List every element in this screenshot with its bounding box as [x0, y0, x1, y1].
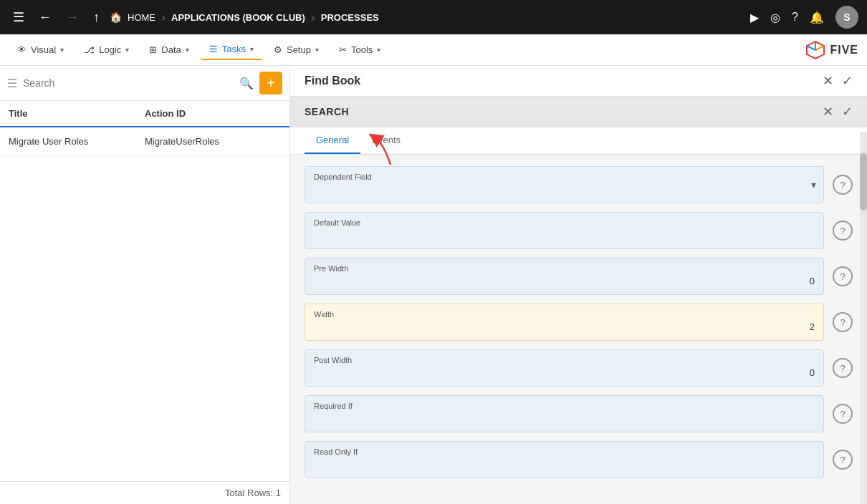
- form-row-required-if: Required If ?: [305, 395, 853, 432]
- scrollbar-track[interactable]: [860, 132, 867, 504]
- read-only-if-input[interactable]: Read Only If: [305, 441, 824, 478]
- top-navigation: ☰ ← → ↑ 🏠 HOME › APPLICATIONS (BOOK CLUB…: [0, 0, 867, 34]
- back-icon[interactable]: ←: [34, 7, 56, 28]
- width-value: 2: [314, 321, 815, 332]
- sidebar-footer: Total Rows: 1: [0, 481, 289, 504]
- menu-tasks[interactable]: ☰ Tasks ▾: [201, 39, 262, 60]
- tabs-container: General Events: [290, 127, 867, 155]
- width-help[interactable]: ?: [833, 312, 853, 332]
- form-row-pre-width: Pre Width 0 ?: [305, 258, 853, 295]
- pre-width-help[interactable]: ?: [833, 266, 853, 286]
- menu-data[interactable]: ⊞ Data ▾: [140, 40, 197, 59]
- post-width-help[interactable]: ?: [833, 358, 853, 378]
- menu-bar: 👁 Visual ▾ ⎇ Logic ▾ ⊞ Data ▾ ☰ Tasks ▾ …: [0, 34, 867, 66]
- gear-icon: ⚙: [274, 44, 282, 55]
- menu-tools[interactable]: ✂ Tools ▾: [330, 40, 389, 59]
- tabs-row: General Events: [290, 127, 867, 155]
- col-title-header: Title: [9, 108, 145, 119]
- menu-setup[interactable]: ⚙ Setup ▾: [265, 40, 327, 59]
- read-only-if-help[interactable]: ?: [833, 450, 853, 470]
- sub-panel-title: SEARCH: [305, 106, 349, 117]
- logic-arrow: ▾: [125, 46, 129, 54]
- default-value-help[interactable]: ?: [833, 220, 853, 241]
- search-nav-icon[interactable]: ◎: [770, 11, 780, 24]
- dependent-field-input[interactable]: Dependent Field ▾: [305, 166, 824, 203]
- form-row-dependent-field: Dependent Field ▾ ?: [305, 166, 853, 203]
- user-avatar[interactable]: S: [835, 6, 858, 29]
- tasks-icon: ☰: [209, 44, 218, 54]
- pre-width-value: 0: [314, 276, 815, 286]
- five-logo-text: FIVE: [830, 44, 858, 57]
- pre-width-label: Pre Width: [314, 264, 815, 273]
- dropdown-arrow-icon: ▾: [811, 179, 816, 190]
- tab-events[interactable]: Events: [360, 127, 412, 154]
- eye-icon: 👁: [17, 44, 27, 55]
- tools-arrow: ▾: [377, 46, 380, 54]
- row-action-id: MigrateUserRoles: [145, 136, 281, 147]
- five-logo: FIVE: [805, 40, 858, 60]
- forward-icon[interactable]: →: [62, 7, 83, 28]
- filter-icon[interactable]: ☰: [7, 77, 17, 90]
- logic-icon: ⎇: [84, 44, 95, 55]
- add-button[interactable]: +: [259, 72, 282, 94]
- breadcrumb-separator-1: ›: [161, 10, 166, 25]
- pre-width-input[interactable]: Pre Width 0: [305, 258, 824, 295]
- dependent-field-help[interactable]: ?: [833, 175, 853, 195]
- nav-actions: ▶ ◎ ? 🔔 S: [750, 6, 858, 29]
- svg-line-2: [815, 46, 824, 50]
- five-logo-svg: [805, 40, 825, 60]
- form-area: Dependent Field ▾ ? Default Value ? Pre …: [290, 155, 867, 504]
- scrollbar-thumb[interactable]: [860, 153, 867, 210]
- data-arrow: ▾: [186, 46, 189, 54]
- confirm-sub-icon[interactable]: ✓: [842, 104, 853, 120]
- required-if-input[interactable]: Required If: [305, 395, 824, 432]
- tasks-arrow: ▾: [250, 45, 254, 53]
- tab-general[interactable]: General: [305, 127, 360, 154]
- panel-header-actions: ✕ ✓: [823, 73, 853, 89]
- post-width-value: 0: [314, 367, 815, 378]
- row-title: Migrate User Roles: [9, 136, 145, 147]
- form-row-default-value: Default Value ?: [305, 212, 853, 249]
- play-icon[interactable]: ▶: [750, 11, 759, 24]
- breadcrumb-separator-2: ›: [311, 10, 315, 25]
- up-icon[interactable]: ↑: [89, 7, 104, 28]
- search-input[interactable]: [23, 77, 234, 89]
- processes-link[interactable]: PROCESSES: [321, 12, 379, 23]
- table-header: Title Action ID: [0, 101, 289, 127]
- default-value-input[interactable]: Default Value: [305, 212, 824, 249]
- width-input[interactable]: Width 2: [305, 304, 824, 341]
- read-only-if-label: Read Only If: [314, 447, 815, 456]
- form-row-width: Width 2 ?: [305, 304, 853, 341]
- col-action-header: Action ID: [145, 108, 281, 119]
- search-icon[interactable]: 🔍: [239, 77, 254, 90]
- sidebar-search-bar: ☰ 🔍 +: [0, 66, 289, 101]
- confirm-panel-icon[interactable]: ✓: [842, 73, 853, 89]
- menu-visual[interactable]: 👁 Visual ▾: [9, 40, 72, 59]
- dependent-field-label: Dependent Field: [314, 173, 815, 181]
- menu-logic[interactable]: ⎇ Logic ▾: [75, 40, 138, 59]
- right-panel: Find Book ✕ ✓ SEARCH ✕ ✓ General Events: [290, 66, 867, 504]
- post-width-input[interactable]: Post Width 0: [305, 349, 824, 387]
- main-layout: ☰ 🔍 + Title Action ID Migrate User Roles…: [0, 66, 867, 504]
- hamburger-icon[interactable]: ☰: [9, 6, 29, 28]
- post-width-label: Post Width: [314, 356, 815, 364]
- close-sub-icon[interactable]: ✕: [823, 104, 833, 120]
- home-link[interactable]: HOME: [128, 12, 155, 23]
- help-nav-icon[interactable]: ?: [792, 11, 798, 24]
- close-panel-icon[interactable]: ✕: [823, 73, 833, 89]
- sidebar: ☰ 🔍 + Title Action ID Migrate User Roles…: [0, 66, 290, 504]
- sub-panel: SEARCH ✕ ✓: [290, 97, 867, 127]
- setup-arrow: ▾: [315, 46, 319, 54]
- required-if-help[interactable]: ?: [833, 404, 853, 424]
- visual-arrow: ▾: [60, 46, 64, 54]
- breadcrumb: 🏠 HOME › APPLICATIONS (BOOK CLUB) › PROC…: [110, 10, 379, 25]
- bell-icon[interactable]: 🔔: [810, 11, 824, 24]
- default-value-label: Default Value: [314, 218, 815, 227]
- panel-title: Find Book: [305, 74, 360, 87]
- required-if-label: Required If: [314, 402, 815, 410]
- width-label: Width: [314, 310, 815, 319]
- table-row[interactable]: Migrate User Roles MigrateUserRoles: [0, 127, 289, 156]
- app-link[interactable]: APPLICATIONS (BOOK CLUB): [171, 12, 305, 23]
- tools-icon: ✂: [339, 44, 347, 55]
- panel-header: Find Book ✕ ✓: [290, 66, 867, 97]
